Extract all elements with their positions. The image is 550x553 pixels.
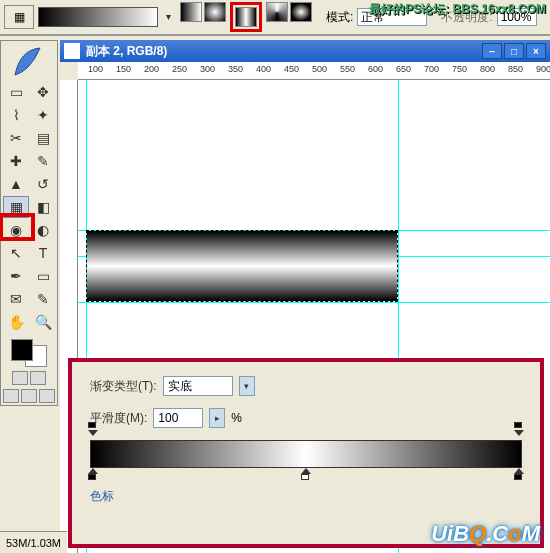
color-stop-left[interactable]: [88, 468, 98, 480]
mode-full-button[interactable]: [21, 389, 37, 403]
ruler-tick: 850: [508, 64, 523, 74]
document-title: 副本 2, RGB/8): [86, 43, 167, 60]
brush-tool[interactable]: ✎: [30, 150, 56, 172]
gradient-bar-wrap: [90, 440, 522, 468]
color-stop-section-label: 色标: [90, 488, 522, 505]
notes-tool[interactable]: ✉: [3, 288, 29, 310]
gradient-bar[interactable]: [90, 440, 522, 468]
color-swatches: [3, 339, 55, 403]
ruler-tick: 400: [256, 64, 271, 74]
status-bar: 53M/1.03M: [0, 531, 67, 553]
foreground-color-swatch[interactable]: [11, 339, 33, 361]
gradient-type-group: [180, 2, 312, 32]
ruler-tick: 150: [116, 64, 131, 74]
healing-tool[interactable]: ✚: [3, 150, 29, 172]
mode-label: 模式:: [326, 9, 353, 26]
hand-tool[interactable]: ✋: [3, 311, 29, 333]
slice-tool[interactable]: ▤: [30, 127, 56, 149]
smoothness-unit: %: [231, 411, 242, 425]
angular-gradient-button[interactable]: [266, 2, 288, 22]
toolbox: ▭ ✥ ⌇ ✦ ✂ ▤ ✚ ✎ ▲ ↺ ▦ ◧ ◉ ◐ ↖ T ✒ ▭ ✉ ✎ …: [0, 40, 58, 406]
dropdown-arrow-icon[interactable]: ▾: [239, 376, 255, 396]
zoom-tool[interactable]: 🔍: [30, 311, 56, 333]
radial-gradient-button[interactable]: [204, 2, 226, 22]
shape-tool[interactable]: ▭: [30, 265, 56, 287]
gradient-editor-panel: 渐变类型(T): 实底 ▾ 平滑度(M): 100 ▸ % 色标: [68, 358, 544, 548]
lasso-tool[interactable]: ⌇: [3, 104, 29, 126]
screen-mode-button[interactable]: [30, 371, 46, 385]
ruler-tick: 800: [480, 64, 495, 74]
ruler-tick: 600: [368, 64, 383, 74]
ruler-tick: 100: [88, 64, 103, 74]
wand-tool[interactable]: ✦: [30, 104, 56, 126]
close-button[interactable]: ×: [526, 43, 546, 59]
path-tool[interactable]: ↖: [3, 242, 29, 264]
horizontal-ruler: 100 150 200 250 300 350 400 450 500 550 …: [78, 62, 550, 80]
reflected-gradient-button[interactable]: [235, 7, 257, 27]
ruler-tick: 450: [284, 64, 299, 74]
diamond-gradient-button[interactable]: [290, 2, 312, 22]
selection-marquee[interactable]: [86, 230, 398, 302]
highlight-box-reflected: [230, 2, 262, 32]
tool-preset-picker[interactable]: ▦: [4, 5, 34, 29]
gradient-picker[interactable]: [38, 7, 158, 27]
watermark-bottom: UiBQ.CoM: [431, 521, 540, 547]
opacity-stop-left[interactable]: [88, 430, 98, 440]
minimize-button[interactable]: –: [482, 43, 502, 59]
document-titlebar: 副本 2, RGB/8) – □ ×: [60, 40, 550, 62]
eyedropper-tool[interactable]: ✎: [30, 288, 56, 310]
quick-mask-button[interactable]: [12, 371, 28, 385]
status-text: 53M/1.03M: [6, 537, 61, 549]
guide-horizontal[interactable]: [78, 302, 550, 303]
color-stop-mid[interactable]: [301, 468, 311, 480]
highlight-box-gradient-tool: [0, 213, 35, 241]
pen-tool[interactable]: ✒: [3, 265, 29, 287]
photoshop-logo: [3, 43, 57, 81]
gradient-type-select[interactable]: 实底: [163, 376, 233, 396]
crop-tool[interactable]: ✂: [3, 127, 29, 149]
ruler-tick: 550: [340, 64, 355, 74]
gradient-type-label: 渐变类型(T):: [90, 378, 157, 395]
move-tool[interactable]: ✥: [30, 81, 56, 103]
watermark-top: 最好的PS论坛: BBS.16xx8.COM: [369, 1, 546, 18]
ruler-tick: 700: [424, 64, 439, 74]
ruler-tick: 750: [452, 64, 467, 74]
ruler-tick: 350: [228, 64, 243, 74]
stamp-tool[interactable]: ▲: [3, 173, 29, 195]
gradient-fill-preview: [87, 231, 397, 301]
type-tool[interactable]: T: [30, 242, 56, 264]
mode-std-button[interactable]: [3, 389, 19, 403]
opacity-stop-right[interactable]: [514, 430, 524, 440]
window-controls: – □ ×: [482, 43, 546, 59]
maximize-button[interactable]: □: [504, 43, 524, 59]
ps-document-icon: [64, 43, 80, 59]
history-brush-tool[interactable]: ↺: [30, 173, 56, 195]
ruler-tick: 300: [200, 64, 215, 74]
mode-menu-button[interactable]: [39, 389, 55, 403]
smoothness-label: 平滑度(M):: [90, 410, 147, 427]
color-stop-right[interactable]: [514, 468, 524, 480]
smoothness-slider-button[interactable]: ▸: [209, 408, 225, 428]
ruler-tick: 500: [312, 64, 327, 74]
ruler-tick: 200: [144, 64, 159, 74]
linear-gradient-button[interactable]: [180, 2, 202, 22]
ruler-tick: 250: [172, 64, 187, 74]
smoothness-input[interactable]: 100: [153, 408, 203, 428]
marquee-tool[interactable]: ▭: [3, 81, 29, 103]
ruler-tick: 650: [396, 64, 411, 74]
ruler-tick: 900: [536, 64, 550, 74]
